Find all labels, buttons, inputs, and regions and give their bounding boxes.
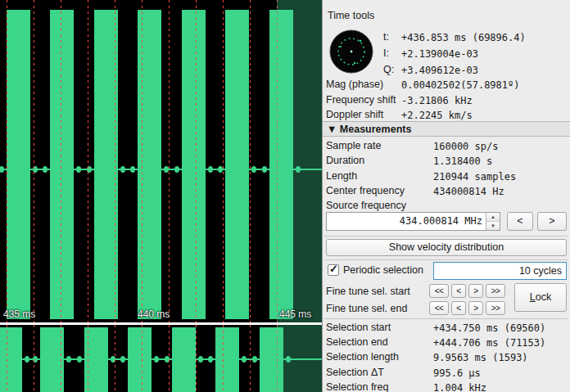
fine-tune-start-big-forward-button[interactable]: >> xyxy=(486,284,505,298)
noise-blob xyxy=(154,356,159,363)
period-marker-line xyxy=(169,325,170,392)
period-marker-line xyxy=(115,325,115,392)
center-frequency-label: Center frequency xyxy=(326,185,405,196)
period-marker-line xyxy=(142,325,142,392)
fine-tune-start-back-button[interactable]: < xyxy=(451,284,466,298)
length-value: 210944 samples xyxy=(433,171,516,182)
separator xyxy=(324,236,568,237)
i-label: I: xyxy=(383,47,389,59)
fine-tune-start-label: Fine tune sel. start xyxy=(326,286,410,297)
period-marker-line xyxy=(250,325,251,392)
noise-blob xyxy=(208,166,213,173)
frequency-spinbox-value: 434.000814 MHz xyxy=(400,213,482,230)
t-label: t: xyxy=(383,31,389,43)
mag-phase-label: Mag (phase) xyxy=(326,79,383,90)
period-marker-line xyxy=(223,0,224,322)
selection-start-value: +434.750 ms (69560) xyxy=(433,322,545,334)
signal-burst xyxy=(182,10,206,319)
selection-delta-t-value: 995.6 µs xyxy=(433,367,481,379)
spin-up-icon[interactable]: ▲ xyxy=(486,213,500,221)
time-tools-title: Time tools xyxy=(328,10,374,21)
noise-blob xyxy=(174,166,179,173)
fine-tune-end-forward-button[interactable]: > xyxy=(468,301,483,315)
signal-burst xyxy=(0,327,22,392)
period-marker-line xyxy=(34,325,34,392)
frequency-spin-arrows: ▲ ▼ xyxy=(486,213,500,230)
period-marker-line xyxy=(196,325,197,392)
period-marker-line xyxy=(223,325,224,392)
noise-blob xyxy=(66,356,71,363)
separator xyxy=(324,259,568,260)
signal-burst xyxy=(128,327,152,392)
signal-burst xyxy=(50,10,74,319)
waveform-main[interactable] xyxy=(0,0,322,322)
cycles-input[interactable] xyxy=(433,262,567,280)
period-marker-line xyxy=(196,0,197,322)
checkmark-icon: ✓ xyxy=(329,263,338,275)
separator xyxy=(324,318,568,319)
selection-length-label: Selection length xyxy=(326,351,399,363)
selection-end-label: Selection end xyxy=(326,336,388,348)
i-value: +2.139004e-03 xyxy=(401,48,478,60)
t-value: +436.853 ms (69896.4) xyxy=(401,32,526,43)
signal-burst xyxy=(215,327,239,392)
periodic-selection-checkbox[interactable]: ✓ xyxy=(328,264,339,276)
period-marker-line xyxy=(169,0,170,322)
mag-phase-value: 0.00402502(57.8981º) xyxy=(401,79,520,91)
sample-rate-label: Sample rate xyxy=(326,140,381,151)
time-axis-label: 445 ms xyxy=(279,309,311,320)
fine-tune-end-big-forward-button[interactable]: >> xyxy=(486,301,505,315)
frequency-step-back-button[interactable]: < xyxy=(507,212,533,231)
period-marker-line xyxy=(34,0,34,322)
period-marker-line xyxy=(7,325,7,392)
source-frequency-label: Source frequency xyxy=(326,200,406,211)
time-axis-label: 440 ms xyxy=(138,309,170,320)
fine-tune-start-forward-button[interactable]: > xyxy=(468,284,483,298)
fine-tune-start-big-back-button[interactable]: << xyxy=(429,284,449,298)
lock-button[interactable]: Lock xyxy=(514,283,567,312)
fine-tune-end-back-button[interactable]: < xyxy=(451,301,466,315)
period-marker-line xyxy=(7,0,7,322)
noise-blob xyxy=(77,356,82,363)
period-marker-line xyxy=(88,325,88,392)
noise-blob xyxy=(120,166,125,173)
noise-blob xyxy=(198,356,203,363)
frequency-step-forward-button[interactable]: > xyxy=(537,212,567,231)
length-label: Length xyxy=(326,170,357,182)
noise-blob xyxy=(251,166,256,173)
frequency-spinbox[interactable]: 434.000814 MHz ▲ ▼ xyxy=(326,212,500,231)
show-velocity-distribution-button[interactable]: Show velocity distribution xyxy=(326,239,567,256)
duration-label: Duration xyxy=(326,155,364,166)
selection-length-value: 9.9563 ms (1593) xyxy=(433,352,528,363)
period-marker-line xyxy=(88,0,88,322)
time-axis-label: 435 ms xyxy=(3,309,35,320)
noise-blob xyxy=(242,356,247,363)
frequency-shift-value: -3.21806 kHz xyxy=(401,95,473,106)
waveform-overview-strip[interactable] xyxy=(0,325,322,392)
selection-region[interactable] xyxy=(277,0,322,392)
noise-blob xyxy=(76,166,81,173)
periodic-selection-label: Periodic selection xyxy=(343,264,423,276)
noise-blob xyxy=(25,356,29,363)
selection-end-value: +444.706 ms (71153) xyxy=(433,337,545,349)
doppler-shift-value: +2.2245 km/s xyxy=(401,110,473,121)
q-label: Q: xyxy=(383,64,394,75)
period-marker-line xyxy=(115,0,115,322)
noise-blob xyxy=(130,166,135,173)
noise-blob xyxy=(262,166,267,173)
signal-burst xyxy=(7,10,30,319)
noise-blob xyxy=(43,166,48,173)
waveform-divider xyxy=(0,322,322,325)
time-tools-panel: Time tools t: +436.853 ms (69896.4) I: +… xyxy=(322,0,570,392)
period-marker-line xyxy=(142,0,142,322)
selection-freq-label: Selection freq xyxy=(326,381,388,392)
fine-tune-end-big-back-button[interactable]: << xyxy=(429,301,449,315)
measurements-section-header[interactable]: ▼ Measurements xyxy=(323,121,570,137)
noise-blob xyxy=(0,166,4,173)
waveform-view[interactable]: 435 ms 440 ms 445 ms xyxy=(0,0,322,392)
spin-down-icon[interactable]: ▼ xyxy=(486,221,500,230)
selection-freq-value: 1.004 kHz xyxy=(433,382,486,392)
q-value: +3.409612e-03 xyxy=(401,65,478,76)
noise-blob xyxy=(120,356,125,363)
signal-burst xyxy=(172,327,196,392)
